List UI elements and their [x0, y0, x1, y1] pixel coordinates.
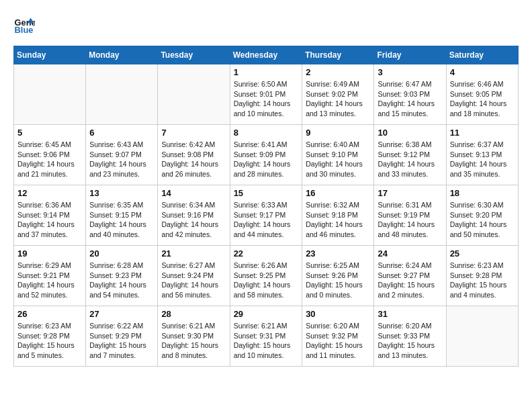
day-number: 8	[234, 128, 299, 138]
day-info: Sunrise: 6:24 AMSunset: 9:27 PMDaylight:…	[378, 261, 442, 300]
day-info: Sunrise: 6:27 AMSunset: 9:24 PMDaylight:…	[161, 261, 226, 300]
col-header-saturday: Saturday	[446, 46, 518, 64]
day-number: 20	[89, 248, 154, 259]
week-row-1: 1Sunrise: 6:50 AMSunset: 9:01 PMDaylight…	[14, 64, 519, 125]
day-cell: 5Sunrise: 6:45 AMSunset: 9:06 PMDaylight…	[14, 125, 86, 185]
day-number: 10	[378, 128, 442, 138]
day-info: Sunrise: 6:40 AMSunset: 9:10 PMDaylight:…	[306, 140, 370, 179]
calendar-table: SundayMondayTuesdayWednesdayThursdayFrid…	[13, 46, 519, 367]
day-info: Sunrise: 6:36 AMSunset: 9:14 PMDaylight:…	[17, 200, 82, 240]
calendar-header-row: SundayMondayTuesdayWednesdayThursdayFrid…	[14, 46, 519, 64]
day-number: 27	[89, 309, 154, 319]
col-header-thursday: Thursday	[302, 46, 374, 64]
day-cell: 8Sunrise: 6:41 AMSunset: 9:09 PMDaylight…	[230, 125, 302, 185]
day-info: Sunrise: 6:20 AMSunset: 9:32 PMDaylight:…	[306, 321, 370, 361]
day-cell: 27Sunrise: 6:22 AMSunset: 9:29 PMDayligh…	[86, 306, 158, 367]
day-cell: 1Sunrise: 6:50 AMSunset: 9:01 PMDaylight…	[230, 64, 302, 125]
day-number: 4	[450, 67, 515, 77]
day-cell: 11Sunrise: 6:37 AMSunset: 9:13 PMDayligh…	[446, 125, 518, 185]
day-cell: 15Sunrise: 6:33 AMSunset: 9:17 PMDayligh…	[230, 185, 302, 246]
day-info: Sunrise: 6:33 AMSunset: 9:17 PMDaylight:…	[234, 200, 299, 240]
day-info: Sunrise: 6:35 AMSunset: 9:15 PMDaylight:…	[89, 200, 154, 240]
svg-text:Blue: Blue	[15, 25, 34, 35]
logo-icon: General Blue	[13, 13, 35, 35]
day-cell: 16Sunrise: 6:32 AMSunset: 9:18 PMDayligh…	[302, 185, 374, 246]
day-cell: 10Sunrise: 6:38 AMSunset: 9:12 PMDayligh…	[374, 125, 446, 185]
day-cell: 22Sunrise: 6:26 AMSunset: 9:25 PMDayligh…	[230, 246, 302, 306]
day-number: 21	[161, 248, 226, 259]
day-cell: 14Sunrise: 6:34 AMSunset: 9:16 PMDayligh…	[158, 185, 230, 246]
day-cell: 19Sunrise: 6:29 AMSunset: 9:21 PMDayligh…	[14, 246, 86, 306]
day-info: Sunrise: 6:28 AMSunset: 9:23 PMDaylight:…	[89, 261, 154, 300]
col-header-friday: Friday	[374, 46, 446, 64]
day-cell	[446, 306, 518, 367]
day-number: 6	[89, 128, 154, 138]
day-info: Sunrise: 6:30 AMSunset: 9:20 PMDaylight:…	[450, 200, 515, 240]
day-number: 17	[378, 188, 442, 198]
week-row-4: 19Sunrise: 6:29 AMSunset: 9:21 PMDayligh…	[14, 246, 519, 306]
day-info: Sunrise: 6:45 AMSunset: 9:06 PMDaylight:…	[17, 140, 82, 179]
logo: General Blue	[13, 13, 35, 35]
day-cell: 30Sunrise: 6:20 AMSunset: 9:32 PMDayligh…	[302, 306, 374, 367]
day-cell: 9Sunrise: 6:40 AMSunset: 9:10 PMDaylight…	[302, 125, 374, 185]
day-cell: 29Sunrise: 6:21 AMSunset: 9:31 PMDayligh…	[230, 306, 302, 367]
day-number: 22	[234, 248, 299, 259]
day-cell: 23Sunrise: 6:25 AMSunset: 9:26 PMDayligh…	[302, 246, 374, 306]
day-number: 13	[89, 188, 154, 198]
day-number: 23	[306, 248, 370, 259]
col-header-wednesday: Wednesday	[230, 46, 302, 64]
day-cell: 24Sunrise: 6:24 AMSunset: 9:27 PMDayligh…	[374, 246, 446, 306]
page-header: General Blue	[13, 13, 519, 35]
day-number: 1	[234, 67, 299, 77]
day-number: 29	[234, 309, 299, 319]
day-info: Sunrise: 6:34 AMSunset: 9:16 PMDaylight:…	[161, 200, 226, 240]
day-number: 7	[161, 128, 226, 138]
day-number: 24	[378, 248, 442, 259]
col-header-tuesday: Tuesday	[158, 46, 230, 64]
day-info: Sunrise: 6:47 AMSunset: 9:03 PMDaylight:…	[378, 79, 442, 119]
day-number: 12	[17, 188, 82, 198]
day-number: 18	[450, 188, 515, 198]
week-row-3: 12Sunrise: 6:36 AMSunset: 9:14 PMDayligh…	[14, 185, 519, 246]
day-cell	[158, 64, 230, 125]
day-number: 25	[450, 248, 515, 259]
day-cell: 18Sunrise: 6:30 AMSunset: 9:20 PMDayligh…	[446, 185, 518, 246]
day-info: Sunrise: 6:31 AMSunset: 9:19 PMDaylight:…	[378, 200, 442, 240]
day-cell: 7Sunrise: 6:42 AMSunset: 9:08 PMDaylight…	[158, 125, 230, 185]
day-info: Sunrise: 6:41 AMSunset: 9:09 PMDaylight:…	[234, 140, 299, 179]
day-info: Sunrise: 6:42 AMSunset: 9:08 PMDaylight:…	[161, 140, 226, 179]
day-info: Sunrise: 6:21 AMSunset: 9:31 PMDaylight:…	[234, 321, 299, 361]
day-info: Sunrise: 6:32 AMSunset: 9:18 PMDaylight:…	[306, 200, 370, 240]
day-info: Sunrise: 6:21 AMSunset: 9:30 PMDaylight:…	[161, 321, 226, 361]
day-info: Sunrise: 6:37 AMSunset: 9:13 PMDaylight:…	[450, 140, 515, 179]
day-number: 31	[378, 309, 442, 319]
day-cell: 13Sunrise: 6:35 AMSunset: 9:15 PMDayligh…	[86, 185, 158, 246]
day-cell: 25Sunrise: 6:23 AMSunset: 9:28 PMDayligh…	[446, 246, 518, 306]
day-info: Sunrise: 6:25 AMSunset: 9:26 PMDaylight:…	[306, 261, 370, 300]
day-info: Sunrise: 6:46 AMSunset: 9:05 PMDaylight:…	[450, 79, 515, 119]
day-number: 30	[306, 309, 370, 319]
day-cell: 20Sunrise: 6:28 AMSunset: 9:23 PMDayligh…	[86, 246, 158, 306]
day-cell: 4Sunrise: 6:46 AMSunset: 9:05 PMDaylight…	[446, 64, 518, 125]
day-info: Sunrise: 6:43 AMSunset: 9:07 PMDaylight:…	[89, 140, 154, 179]
day-cell: 21Sunrise: 6:27 AMSunset: 9:24 PMDayligh…	[158, 246, 230, 306]
day-number: 15	[234, 188, 299, 198]
col-header-monday: Monday	[86, 46, 158, 64]
day-info: Sunrise: 6:50 AMSunset: 9:01 PMDaylight:…	[234, 79, 299, 119]
week-row-5: 26Sunrise: 6:23 AMSunset: 9:28 PMDayligh…	[14, 306, 519, 367]
day-cell: 26Sunrise: 6:23 AMSunset: 9:28 PMDayligh…	[14, 306, 86, 367]
day-number: 9	[306, 128, 370, 138]
day-info: Sunrise: 6:26 AMSunset: 9:25 PMDaylight:…	[234, 261, 299, 300]
day-info: Sunrise: 6:22 AMSunset: 9:29 PMDaylight:…	[89, 321, 154, 361]
day-info: Sunrise: 6:23 AMSunset: 9:28 PMDaylight:…	[450, 261, 515, 300]
day-number: 14	[161, 188, 226, 198]
day-number: 28	[161, 309, 226, 319]
day-cell: 2Sunrise: 6:49 AMSunset: 9:02 PMDaylight…	[302, 64, 374, 125]
day-number: 19	[17, 248, 82, 259]
day-number: 16	[306, 188, 370, 198]
day-cell	[14, 64, 86, 125]
day-info: Sunrise: 6:20 AMSunset: 9:33 PMDaylight:…	[378, 321, 442, 361]
day-info: Sunrise: 6:23 AMSunset: 9:28 PMDaylight:…	[17, 321, 82, 361]
day-cell	[86, 64, 158, 125]
day-number: 3	[378, 67, 442, 77]
